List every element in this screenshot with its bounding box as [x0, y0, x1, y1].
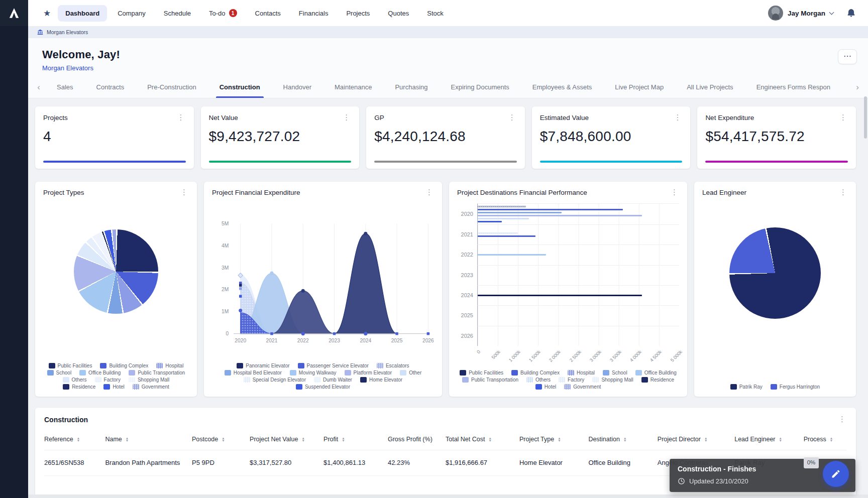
tab-all-live-projects[interactable]: All Live Projects: [675, 76, 744, 98]
legend-item-school: School: [603, 370, 627, 376]
legend-item-panoramic-elevator: Panoramic Elevator: [237, 363, 289, 368]
x-axis-tick: 2 500k: [568, 349, 582, 363]
legend-swatch: [79, 370, 86, 376]
kebab-menu-icon[interactable]: ⋮: [670, 189, 679, 196]
legend-item-public-transportation: Public Transportation: [462, 377, 518, 383]
legend-item-building-complex: Building Complex: [511, 370, 560, 376]
destinations-bar-chart: 20202021202220232024202520260500k1 000k1…: [457, 203, 679, 370]
column-header-name: Name▲▼: [105, 436, 192, 443]
svg-text:2021: 2021: [266, 338, 278, 343]
tab-live-project-map[interactable]: Live Project Map: [603, 76, 675, 98]
tab-engineers-forms-respon[interactable]: Engineers Forms Respon: [745, 76, 842, 98]
kebab-menu-icon[interactable]: ⋮: [837, 416, 847, 423]
x-axis-tick: 1 000k: [507, 349, 521, 363]
chart-title: Project Destinations Financial Performan…: [457, 189, 587, 196]
user-menu[interactable]: Jay Morgan: [768, 6, 833, 21]
sort-icon[interactable]: ▲▼: [301, 437, 304, 442]
legend-item-passenger-service-elevator: Passenger Service Elevator: [298, 363, 369, 368]
nav-item-dashboard[interactable]: Dashboard: [58, 5, 107, 22]
legend-swatch: [225, 370, 231, 376]
kebab-menu-icon[interactable]: ⋮: [424, 189, 434, 196]
edit-fab-button[interactable]: [823, 461, 849, 487]
tab-expiring-documents[interactable]: Expiring Documents: [439, 76, 520, 98]
bell-icon[interactable]: [846, 8, 856, 18]
project-types-legend: Public FacilitiesBuilding ComplexHospita…: [43, 363, 189, 391]
company-link[interactable]: Morgan Elevators: [42, 64, 93, 72]
legend-swatch: [47, 370, 54, 376]
legend-swatch: [237, 363, 243, 368]
nav-item-projects[interactable]: Projects: [339, 5, 377, 22]
tab-sales[interactable]: Sales: [45, 76, 85, 98]
vertical-scrollbar-thumb[interactable]: [864, 96, 867, 139]
tab-contracts[interactable]: Contracts: [85, 76, 136, 98]
sort-icon[interactable]: ▲▼: [342, 437, 345, 442]
tab-construction[interactable]: Construction: [208, 76, 272, 98]
svg-text:4M: 4M: [222, 243, 229, 248]
column-header-project-type: Project Type▲▼: [519, 436, 588, 443]
bar-building-complex: [478, 235, 535, 237]
kebab-menu-icon[interactable]: ⋮: [176, 114, 186, 121]
sort-icon[interactable]: ▲▼: [558, 437, 561, 442]
tab-maintenance[interactable]: Maintenance: [323, 76, 383, 98]
horizontal-scrollbar-track[interactable]: [28, 494, 868, 498]
tab-purchasing[interactable]: Purchasing: [383, 76, 439, 98]
clock-icon: [678, 477, 685, 485]
kebab-menu-icon[interactable]: ⋮: [179, 189, 189, 196]
column-header-destination: Destination▲▼: [588, 436, 657, 443]
tab-pre-construction[interactable]: Pre-Construction: [136, 76, 208, 98]
kebab-menu-icon[interactable]: ⋮: [342, 114, 351, 121]
destinations-legend: Public FacilitiesBuilding ComplexHospita…: [457, 370, 679, 391]
column-header-project-net-value: Project Net Value▲▼: [250, 436, 323, 443]
tabs-scroll-left-icon[interactable]: ‹: [32, 76, 45, 98]
nav-item-schedule[interactable]: Schedule: [156, 5, 198, 22]
kebab-menu-icon[interactable]: ⋮: [838, 189, 848, 196]
legend-swatch: [314, 377, 320, 383]
tab-handover[interactable]: Handover: [272, 76, 323, 98]
legend-swatch: [603, 370, 609, 376]
favorite-star-icon[interactable]: ★: [43, 8, 51, 19]
tabs-scroll-right-icon[interactable]: ›: [851, 76, 864, 98]
legend-swatch: [641, 377, 648, 383]
legend-item-building-complex: Building Complex: [100, 363, 148, 368]
sort-icon[interactable]: ▲▼: [830, 437, 833, 442]
sort-icon[interactable]: ▲▼: [488, 437, 491, 442]
kpi-accent-bar: [374, 161, 517, 163]
x-axis-tick: 3 000k: [588, 349, 602, 363]
kebab-menu-icon[interactable]: ⋮: [838, 114, 848, 121]
bank-icon: [37, 29, 43, 35]
sort-icon[interactable]: ▲▼: [126, 437, 129, 442]
kebab-menu-icon[interactable]: ⋮: [673, 114, 682, 121]
column-header-total-net-cost: Total Net Cost▲▼: [446, 436, 519, 443]
kpi-card-net-expenditure: Net Expenditure⋮$54,417,575.72: [697, 106, 856, 169]
cell-project-net-value: $3,317,527.80: [250, 458, 323, 467]
bar-hotel: [478, 221, 502, 222]
sort-icon[interactable]: ▲▼: [222, 437, 225, 442]
app-logo[interactable]: [0, 0, 28, 26]
legend-swatch: [133, 384, 139, 390]
cell-project-type: Home Elevator: [519, 458, 588, 467]
tab-employees-assets[interactable]: Employees & Assets: [521, 76, 604, 98]
nav-item-quotes[interactable]: Quotes: [380, 5, 416, 22]
svg-text:2022: 2022: [297, 338, 309, 343]
svg-text:5M: 5M: [222, 221, 229, 226]
nav-item-financials[interactable]: Financials: [291, 5, 336, 22]
legend-item-office-building: Office Building: [79, 370, 121, 376]
chart-title: Project Financial Expenditure: [212, 189, 300, 196]
legend-item-residence: Residence: [63, 384, 95, 390]
nav-item-stock[interactable]: Stock: [419, 5, 451, 22]
svg-text:2M: 2M: [222, 287, 229, 292]
breadcrumb-company[interactable]: Morgan Elevators: [47, 29, 88, 35]
nav-item-contacts[interactable]: Contacts: [248, 5, 288, 22]
sort-icon[interactable]: ▲▼: [623, 437, 626, 442]
nav-item-to-do[interactable]: To-do1: [201, 5, 245, 22]
legend-item-home-elevator: Home Elevator: [360, 377, 402, 383]
kebab-menu-icon[interactable]: ⋮: [507, 114, 517, 121]
sort-icon[interactable]: ▲▼: [77, 437, 80, 442]
sort-icon[interactable]: ▲▼: [779, 437, 782, 442]
sort-icon[interactable]: ▲▼: [704, 437, 707, 442]
nav-item-company[interactable]: Company: [110, 5, 153, 22]
legend-swatch: [559, 377, 565, 383]
legend-item-hotel: Hotel: [535, 384, 556, 390]
chart-title: Project Types: [43, 189, 84, 196]
header-more-button[interactable]: ⋯: [838, 49, 857, 64]
